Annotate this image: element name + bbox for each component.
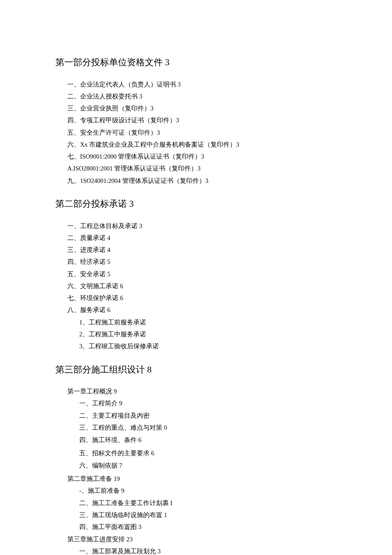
toc-item: 一、工程简介 9 — [55, 397, 337, 409]
toc-item: 四、施工平面布置图 3 — [55, 521, 337, 533]
toc-item: 一、工程总体目标及承诺 3 — [55, 220, 337, 232]
toc-item: 第一章工程概况 9 — [55, 385, 337, 397]
toc-item: 三、工程的重点、难点与对策 0 — [55, 422, 337, 434]
section-heading: 第一部分投标单位资格文件 3 — [55, 55, 337, 70]
toc-item: 五、安全生产许可证（复印件）3 — [55, 127, 337, 139]
toc-item: 第三章施工进度安排 23 — [55, 533, 337, 545]
toc-item: 二、质量承诺 4 — [55, 232, 337, 244]
toc-item: 一、企业法定代表人（负责人）证明书 3 — [55, 78, 337, 90]
toc-item: 七、环境保护承诺 6 — [55, 292, 337, 304]
toc-item: 二、企业法人授权委托书 3 — [55, 90, 337, 102]
toc-item: 一、施工部署及施工段划允 3 — [55, 545, 337, 555]
toc-item: 四、经济承诺 5 — [55, 256, 337, 268]
toc-item: A.ISO28001:2001 管理体系认证证书（复印件）3 — [55, 162, 337, 174]
toc-item: 六、编制依据 7 — [55, 459, 337, 473]
toc-item: 三、企业营业执照（复印件）3 — [55, 102, 337, 114]
toc-item: 三、进度承诺 4 — [55, 244, 337, 256]
toc-item: 五、安全承诺 5 — [55, 268, 337, 280]
toc-item: 三、施工现场临时设施的布置 1 — [55, 509, 337, 521]
toc-item: 八、服务承诺 6 — [55, 304, 337, 316]
toc-item: -、施工前准备 9 — [55, 485, 337, 497]
toc-item: 五、招标文件的主要要求 6 — [55, 447, 337, 459]
toc-item: 3、工程竣工验收后保修承诺 — [55, 340, 337, 352]
toc-item: 1、工程施工前服务承诺 — [55, 316, 337, 328]
toc-item: 七、ISO9001:2000 管理体系认证证书（复印件）3 — [55, 150, 337, 162]
toc-item: 六、文明施工承诺 6 — [55, 280, 337, 292]
section-heading: 第三部分施工组织设计 8 — [55, 363, 337, 377]
toc-item: 四、专项工程甲级设计证书（复印件）3 — [55, 114, 337, 126]
toc-item: 九、1SO24001:2004 管理体系认证证书（复印件）3 — [55, 175, 337, 187]
toc-item: 四、施工环境、条件 6 — [55, 434, 337, 447]
toc-item: 二、施工工准备主要工作计划裹 I — [55, 497, 337, 509]
toc-item: 2、工程施工中服务承诺 — [55, 328, 337, 340]
toc-item: 二、主要工程项目及内密 — [55, 410, 337, 422]
toc-item: 六、Xx 市建筑业企业及工程中介服务机构备案证（复印件）3 — [55, 139, 337, 150]
section-heading: 第二部分投标承诺 3 — [55, 197, 337, 211]
document-content: 第一部分投标单位资格文件 3一、企业法定代表人（负责人）证明书 3二、企业法人授… — [55, 55, 337, 555]
toc-item: 第二章施工准备 19 — [55, 473, 337, 485]
